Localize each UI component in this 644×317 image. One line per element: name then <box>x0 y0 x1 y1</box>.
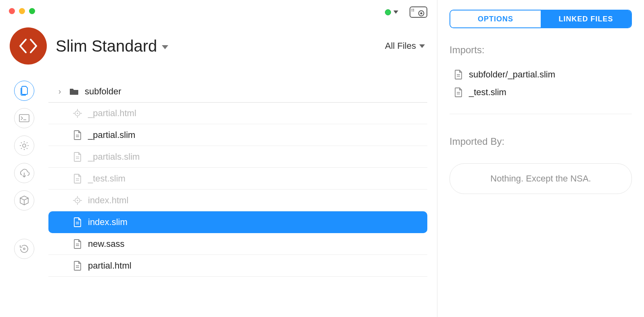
nav-settings-button[interactable] <box>14 136 34 156</box>
target-icon <box>73 109 82 118</box>
svg-point-10 <box>23 248 25 250</box>
document-icon <box>73 130 82 140</box>
file-name: subfolder <box>85 86 121 97</box>
svg-point-4 <box>413 10 414 11</box>
project-title-dropdown[interactable]: Slim Standard <box>56 37 168 55</box>
file-row[interactable]: _partials.slim <box>48 146 427 168</box>
imports-list: subfolder/_partial.slim_test.slim <box>450 69 632 114</box>
file-name: index.slim <box>88 217 128 227</box>
minimize-window-button[interactable] <box>19 8 25 14</box>
svg-rect-0 <box>410 7 427 17</box>
import-name: _test.slim <box>469 87 506 98</box>
nav-rail <box>0 81 48 317</box>
panel-tabs: OPTIONS LINKED FILES <box>450 10 632 28</box>
svg-point-2 <box>413 9 414 10</box>
tab-linked-files[interactable]: LINKED FILES <box>541 10 631 27</box>
file-name: new.sass <box>88 239 125 249</box>
chevron-down-icon <box>419 44 425 48</box>
status-dot-icon <box>385 9 391 15</box>
file-row[interactable]: _test.slim <box>48 168 427 190</box>
imported-by-heading: Imported By: <box>450 136 632 147</box>
project-icon <box>10 27 47 65</box>
nav-files-button[interactable] <box>14 81 34 101</box>
folder-icon <box>69 88 79 96</box>
svg-point-9 <box>23 144 26 147</box>
nav-terminal-button[interactable] <box>14 108 34 128</box>
maximize-window-button[interactable] <box>29 8 35 14</box>
file-name: _partial.html <box>88 108 136 119</box>
import-item[interactable]: subfolder/_partial.slim <box>450 69 632 80</box>
preview-button[interactable] <box>410 6 427 18</box>
import-item[interactable]: _test.slim <box>450 87 632 98</box>
svg-rect-7 <box>19 115 29 122</box>
document-icon <box>454 70 463 79</box>
imports-heading: Imports: <box>450 44 632 56</box>
file-row[interactable]: _partial.slim <box>48 124 427 146</box>
file-name: _test.slim <box>88 173 125 184</box>
document-icon <box>73 174 82 184</box>
right-panel: OPTIONS LINKED FILES Imports: subfolder/… <box>437 0 644 317</box>
file-list: ›subfolder_partial.html_partial.slim_par… <box>48 81 437 317</box>
chevron-right-icon: › <box>56 87 64 96</box>
main-panel: Slim Standard All Files <box>0 0 437 317</box>
document-icon <box>73 239 82 249</box>
nav-history-button[interactable] <box>14 239 34 259</box>
file-row[interactable]: partial.html <box>48 255 427 277</box>
file-filter-dropdown[interactable]: All Files <box>385 41 425 51</box>
project-title: Slim Standard <box>56 37 157 55</box>
document-icon <box>454 88 463 97</box>
document-icon <box>73 217 82 227</box>
svg-point-3 <box>412 10 412 11</box>
nav-package-button[interactable] <box>14 190 34 211</box>
folder-row[interactable]: ›subfolder <box>48 81 427 102</box>
document-icon <box>73 261 82 271</box>
window-controls <box>9 8 35 14</box>
import-name: subfolder/_partial.slim <box>469 69 555 80</box>
tab-options[interactable]: OPTIONS <box>450 10 541 27</box>
svg-point-12 <box>77 113 78 114</box>
file-name: index.html <box>88 195 128 206</box>
file-row[interactable]: _partial.html <box>48 102 427 124</box>
empty-text: Nothing. Except the NSA. <box>490 173 591 184</box>
document-icon <box>73 152 82 162</box>
svg-point-6 <box>420 12 422 14</box>
file-row[interactable]: new.sass <box>48 233 427 255</box>
nav-cloud-button[interactable] <box>14 163 34 183</box>
file-name: partial.html <box>88 261 132 271</box>
chevron-down-icon <box>393 10 398 14</box>
close-window-button[interactable] <box>9 8 15 14</box>
filter-label: All Files <box>385 41 416 51</box>
file-row[interactable]: index.slim <box>48 211 427 233</box>
svg-point-24 <box>77 200 78 201</box>
file-name: _partials.slim <box>88 152 140 162</box>
svg-point-1 <box>412 9 412 10</box>
target-icon <box>73 196 82 205</box>
chevron-down-icon <box>162 45 168 49</box>
file-name: _partial.slim <box>88 130 135 140</box>
status-indicator[interactable] <box>385 9 398 15</box>
file-row[interactable]: index.html <box>48 190 427 211</box>
imported-by-empty: Nothing. Except the NSA. <box>450 163 632 194</box>
